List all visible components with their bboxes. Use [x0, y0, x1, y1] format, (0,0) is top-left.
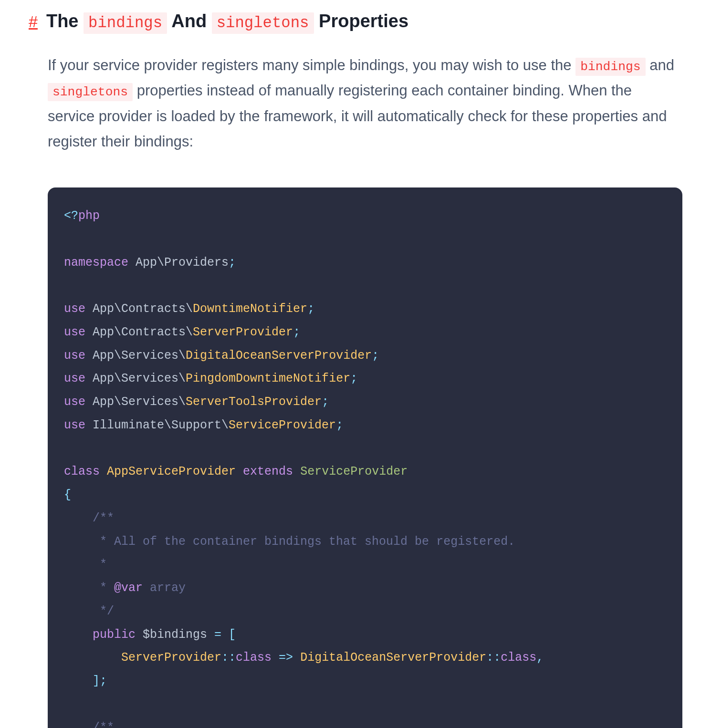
code-class-kw-1: class [236, 651, 272, 665]
code-close-bracket: ]; [64, 674, 107, 688]
code-map-key: ServerProvider [121, 651, 221, 665]
doc-line-empty: * [64, 558, 107, 572]
code-arrow: => [272, 651, 300, 665]
paragraph-text-1: If your service provider registers many … [48, 57, 575, 73]
heading-code-singletons: singletons [212, 12, 314, 34]
doc-type-array: array [143, 581, 186, 595]
paragraph-code-singletons: singletons [48, 83, 133, 101]
doc-at-var: @var [114, 581, 143, 595]
code-class-digitalocean: DigitalOceanServerProvider [186, 349, 372, 363]
code-kw-public: public [93, 628, 136, 642]
code-ns-app-providers: App\Providers [136, 256, 229, 270]
code-ns-services-1: App\Services\ [93, 349, 186, 363]
code-class-extends: ServiceProvider [300, 465, 408, 478]
code-class-serviceprovider: ServiceProvider [229, 418, 336, 432]
code-kw-use: use [64, 325, 85, 339]
code-scope-2: :: [486, 651, 501, 665]
code-class-servertools: ServerToolsProvider [186, 395, 322, 409]
code-kw-use: use [64, 302, 85, 316]
paragraph-code-bindings: bindings [575, 58, 645, 76]
doc-line-desc: * All of the container bindings that sho… [64, 535, 515, 549]
code-ns-contracts-2: App\Contracts\ [93, 325, 193, 339]
code-open-tag: <? [64, 209, 78, 223]
section-heading: # The bindings And singletons Properties [29, 10, 682, 33]
code-class-appserviceprovider: AppServiceProvider [107, 465, 236, 478]
code-var-bindings: $bindings [143, 628, 207, 642]
code-map-value: DigitalOceanServerProvider [300, 651, 486, 665]
code-php: php [78, 209, 100, 223]
code-class-pingdom: PingdomDowntimeNotifier [186, 372, 350, 385]
section-paragraph: If your service provider registers many … [48, 52, 682, 154]
heading-part-1: The [46, 11, 84, 31]
code-kw-use: use [64, 349, 85, 363]
code-eq-open-bracket: = [ [207, 628, 236, 642]
heading-anchor-hash[interactable]: # [29, 11, 38, 32]
heading-part-3: Properties [314, 11, 409, 31]
code-kw-class: class [64, 465, 100, 478]
code-ns-services-3: App\Services\ [93, 395, 186, 409]
code-kw-namespace: namespace [64, 256, 128, 270]
paragraph-text-3: properties instead of manually registeri… [48, 82, 667, 150]
documentation-section: # The bindings And singletons Properties… [0, 0, 711, 728]
doc-open: /** [93, 511, 114, 525]
code-block: <?php namespace App\Providers; use App\C… [48, 187, 682, 728]
heading-text: The bindings And singletons Properties [46, 10, 408, 33]
code-ns-contracts-1: App\Contracts\ [93, 302, 193, 316]
code-scope-1: :: [221, 651, 236, 665]
doc-close: */ [64, 604, 114, 618]
doc-open-2: /** [93, 721, 114, 728]
code-class-downtimenotifier: DowntimeNotifier [193, 302, 307, 316]
code-class-kw-2: class [501, 651, 536, 665]
code-kw-use: use [64, 372, 85, 385]
code-kw-extends: extends [243, 465, 293, 478]
code-ns-services-2: App\Services\ [93, 372, 186, 385]
code-ns-illuminate: Illuminate\Support\ [93, 418, 229, 432]
doc-line-var: * [64, 581, 114, 595]
code-kw-use: use [64, 395, 85, 409]
heading-part-2: And [167, 11, 212, 31]
heading-code-bindings: bindings [84, 12, 167, 34]
code-class-serverprovider: ServerProvider [193, 325, 293, 339]
code-kw-use: use [64, 418, 85, 432]
paragraph-text-2: and [646, 57, 674, 73]
